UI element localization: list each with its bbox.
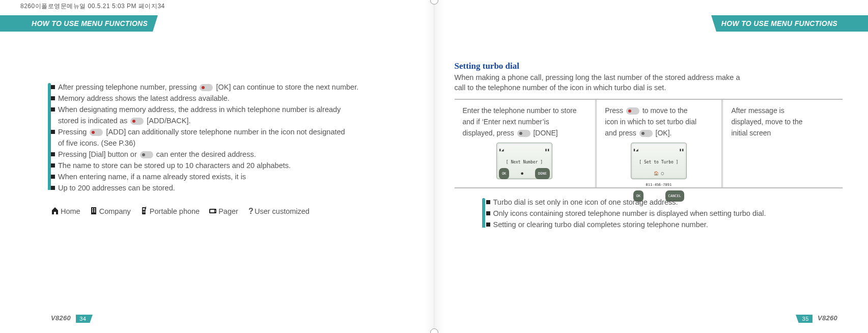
softkey-icon (639, 130, 653, 137)
note-item: Turbo dial is set only in one icon of on… (486, 197, 843, 208)
square-bullet-icon (51, 152, 55, 156)
note-item: Only icons containing stored telephone n… (486, 208, 843, 219)
svg-rect-3 (92, 210, 93, 211)
question-mark-icon: ? (247, 206, 255, 217)
bullet-text: When designating memory address, the add… (58, 104, 404, 115)
square-bullet-icon (486, 223, 490, 227)
battery-icon: ▮▮ (679, 145, 684, 156)
section-intro: When making a phone call, pressing long … (455, 72, 843, 93)
battery-icon: ▮▮ (545, 145, 550, 156)
svg-point-14 (145, 212, 145, 212)
svg-rect-0 (91, 207, 96, 214)
teal-side-bar (482, 198, 485, 228)
bullet-item: The name to store can be stored up to 10… (51, 160, 404, 171)
steps-row: Enter the telephone number to store and … (455, 99, 843, 188)
square-bullet-icon (51, 163, 55, 168)
note-text: Only icons containing stored telephone n… (493, 208, 766, 219)
bullet-text: When entering name, if a name already st… (58, 171, 404, 182)
note-item: Setting or clearing turbo dial completes… (486, 219, 843, 230)
step-text: Press (605, 106, 625, 115)
bullet-item: When entering name, if a name already st… (51, 171, 404, 182)
phone-screen: ▮◢▮▮ [ Set to Turbo ] 🏠 ▢ 011-456-7891 O… (631, 143, 687, 179)
footer-right: 35 V8260 (799, 314, 837, 323)
bullet-text: [ADD] can additionally store telephone n… (106, 128, 345, 136)
icon-legend: Home Company Portable phone Pager (51, 206, 404, 217)
bullet-list: After pressing telephone number, pressin… (51, 81, 404, 193)
legend-label: User customized (255, 207, 310, 215)
bullet-text: can enter the desired address. (156, 150, 256, 158)
step-text: displayed, move to the (731, 116, 833, 127)
bullet-item: When designating memory address, the add… (51, 104, 404, 115)
svg-point-9 (143, 211, 143, 211)
square-bullet-icon (51, 130, 55, 134)
step-text: displayed, press (463, 129, 516, 137)
legend-label: Home (61, 207, 80, 215)
bullet-item: Pressing [ADD] can additionally store te… (51, 126, 404, 137)
square-bullet-icon (486, 200, 490, 204)
step-column: Enter the telephone number to store and … (455, 100, 596, 187)
bullet-text: [OK] can continue to store the next numb… (216, 83, 359, 91)
step-column: After message is displayed, move to the … (721, 100, 843, 187)
softkey-icon (517, 130, 530, 137)
home-icon (51, 207, 59, 215)
screen-number: 011-456-7891 (633, 179, 684, 190)
svg-rect-6 (94, 211, 95, 212)
intro-line: call to the telephone number of the icon… (455, 84, 666, 92)
step-text: [OK]. (656, 129, 672, 137)
signal-icon: ▮◢ (499, 145, 504, 156)
svg-rect-8 (143, 208, 145, 210)
house-icon: 🏠 (654, 168, 659, 179)
svg-point-11 (145, 211, 145, 211)
crop-circle-icon (430, 328, 438, 333)
step-text: initial screen (731, 127, 833, 138)
turbo-icon: ▢ (661, 168, 664, 179)
model-number: V8260 (818, 314, 837, 322)
bullet-item: Pressing [Dial] button or can enter the … (51, 149, 404, 160)
bullet-text: of five icons. (See P.36) (58, 137, 404, 149)
svg-rect-15 (146, 207, 146, 209)
step-text: After message is (731, 105, 833, 116)
left-body: After pressing telephone number, pressin… (51, 81, 404, 217)
step-text: Enter the telephone number to store (463, 105, 586, 116)
page-number: 34 (76, 315, 90, 323)
bullet-text: Pressing [Dial] button or (58, 150, 139, 158)
square-bullet-icon (51, 85, 55, 89)
softkey-icon (200, 84, 213, 91)
square-bullet-icon (51, 107, 55, 112)
step-text: [DONE] (533, 129, 557, 137)
page-number: 35 (799, 315, 813, 323)
step-text: and press (605, 129, 638, 137)
svg-rect-2 (94, 208, 95, 209)
page-35: HOW TO USE MENU FUNCTIONS Setting turbo … (434, 0, 869, 333)
square-bullet-icon (486, 211, 490, 215)
teal-side-bar (48, 83, 51, 190)
nav-key-icon (626, 107, 639, 115)
screen-title: [ Set to Turbo ] (633, 157, 684, 168)
step-text: icon in which to set turbo dial (605, 116, 712, 127)
manual-spread: 8260이폴로영문메뉴얼 00.5.21 5:03 PM 페이지34 HOW T… (0, 0, 868, 333)
section-tab-left: HOW TO USE MENU FUNCTIONS (0, 15, 153, 32)
mobile-phone-icon (140, 207, 148, 215)
svg-rect-17 (210, 210, 214, 212)
dial-key-icon (140, 151, 153, 158)
nav-dot-icon: ● (521, 168, 523, 179)
svg-point-18 (215, 211, 216, 212)
legend-label: Portable phone (150, 207, 200, 215)
right-body: Setting turbo dial When making a phone c… (455, 61, 843, 230)
softkey-right: DONE (535, 168, 550, 179)
bullet-text: The name to store can be stored up to 10… (58, 160, 404, 171)
step-text: to move to the (642, 106, 688, 115)
bullet-text: Memory address shows the latest address … (58, 93, 404, 104)
svg-rect-4 (94, 210, 95, 211)
notes-list: Turbo dial is set only in one icon of on… (486, 197, 843, 230)
source-file-line: 8260이폴로영문메뉴얼 00.5.21 5:03 PM 페이지34 (20, 2, 165, 11)
svg-rect-1 (92, 208, 93, 209)
bullet-item: After pressing telephone number, pressin… (51, 81, 404, 93)
footer-left: V8260 34 (51, 314, 90, 323)
svg-rect-5 (92, 211, 93, 212)
bullet-continuation: of five icons. (See P.36) (51, 137, 404, 149)
company-icon (90, 207, 98, 215)
softkey-left: OK (499, 168, 509, 179)
bullet-item: Memory address shows the latest address … (51, 93, 404, 104)
bullet-continuation: stored is indicated as [ADD/BACK]. (51, 115, 404, 126)
